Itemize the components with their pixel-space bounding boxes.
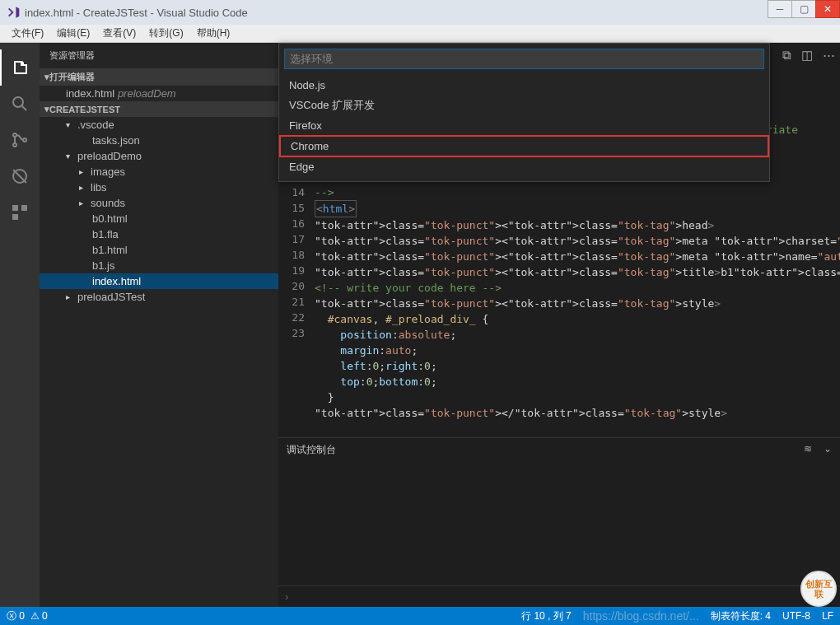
svg-rect-5 [12,205,18,211]
chevron-right-icon: ▸ [66,292,74,301]
sidebar-explorer: 资源管理器 ▾ 打开编辑器 index.html preloadDem ▾ CR… [40,43,278,607]
debug-icon[interactable] [0,158,40,194]
chevron-right-icon: ▸ [79,198,87,208]
error-icon: ⓧ [7,610,16,622]
vs-logo-icon [7,6,20,19]
picker-item-edge[interactable]: Edge [279,157,769,176]
more-actions-icon[interactable]: ⋯ [823,48,835,63]
debug-console-body [278,462,840,585]
watermark-logo: 创新互联 [800,571,837,607]
svg-point-2 [13,143,16,147]
watermark-badge: 创新互联 [800,571,837,607]
svg-rect-6 [21,205,27,211]
menu-help[interactable]: 帮助(H) [190,26,237,40]
collapse-panel-icon[interactable]: ⌄ [824,443,832,457]
maximize-button[interactable]: ▢ [791,0,816,18]
environment-picker: Node.js VSCode 扩展开发 Firefox Chrome Edge [278,43,770,182]
picker-item-firefox[interactable]: Firefox [279,116,769,135]
menu-goto[interactable]: 转到(G) [142,26,189,40]
status-indent[interactable]: 制表符长度: 4 [711,609,771,623]
folder-sounds[interactable]: ▸sounds [40,195,278,211]
chevron-down-icon: ▾ [66,152,74,161]
menu-view[interactable]: 查看(V) [96,26,142,40]
file-b1-html[interactable]: b1.html [40,242,278,258]
extensions-icon[interactable] [0,194,40,231]
project-header[interactable]: ▾ CREATEJSTEST [40,101,278,117]
editor-area: ⧉ ◫ ⋯ Node.js VSCode 扩展开发 Firefox Chrome… [278,43,840,607]
status-watermark-url: https://blog.csdn.net/... [583,609,699,623]
menu-edit[interactable]: 编辑(E) [50,26,96,40]
toggle-panel-icon[interactable]: ⧉ [782,48,791,63]
status-cursor-pos[interactable]: 行 10 , 列 7 [521,609,572,623]
debug-console-input[interactable]: › [278,585,840,607]
explorer-icon[interactable] [0,49,40,86]
status-errors[interactable]: ⓧ 0 ⚠ 0 [7,609,48,623]
file-b1-fla[interactable]: b1.fla [40,226,278,242]
editor-toolbar: ⧉ ◫ ⋯ [782,48,835,63]
picker-list: Node.js VSCode 扩展开发 Firefox Chrome Edge [279,74,769,181]
chevron-right-icon: ▸ [79,183,87,192]
svg-point-3 [23,138,26,142]
file-index-html[interactable]: index.html [40,273,278,289]
folder-images[interactable]: ▸images [40,164,278,180]
search-icon[interactable] [0,86,40,122]
project-name: CREATEJSTEST [49,105,120,114]
svg-point-0 [13,97,23,107]
debug-console-title: 调试控制台 [287,443,336,457]
titlebar: index.html - CreateJSTest - Visual Studi… [0,0,840,25]
chevron-right-icon: ▸ [79,167,87,176]
workspace: 资源管理器 ▾ 打开编辑器 index.html preloadDem ▾ CR… [0,43,840,607]
open-editors-label: 打开编辑器 [49,71,95,83]
picker-input[interactable] [284,49,764,69]
open-editor-item[interactable]: index.html preloadDem [40,86,278,101]
window-controls: ─ ▢ ✕ [768,0,840,18]
chevron-right-icon: › [285,590,288,603]
debug-console-header: 调试控制台 ≋ ⌄ [278,438,840,462]
split-editor-icon[interactable]: ◫ [801,48,813,63]
file-b1-js[interactable]: b1.js [40,258,278,273]
status-encoding[interactable]: UTF-8 [782,610,810,622]
picker-item-chrome[interactable]: Chrome [279,135,769,157]
menubar: 文件(F) 编辑(E) 查看(V) 转到(G) 帮助(H) [0,25,840,43]
sidebar-title: 资源管理器 [40,43,278,68]
svg-point-1 [13,133,16,137]
window-title: index.html - CreateJSTest - Visual Studi… [25,7,248,19]
minimize-button[interactable]: ─ [768,0,792,18]
activitybar [0,43,40,607]
file-b0-html[interactable]: b0.html [40,211,278,226]
chevron-down-icon: ▾ [66,120,74,129]
statusbar: ⓧ 0 ⚠ 0 行 10 , 列 7 https://blog.csdn.net… [0,607,840,625]
folder-libs[interactable]: ▸libs [40,180,278,195]
source-control-icon[interactable] [0,122,40,158]
picker-item-vscode-ext[interactable]: VSCode 扩展开发 [279,95,769,116]
picker-item-nodejs[interactable]: Node.js [279,76,769,95]
file-tasks-json[interactable]: tasks.json [40,133,278,148]
svg-rect-7 [12,214,18,220]
open-editor-path: preloadDem [118,87,176,100]
folder-preload-demo[interactable]: ▾preloadDemo [40,148,278,164]
warning-icon: ⚠ [30,610,40,622]
status-eol[interactable]: LF [822,610,833,622]
debug-console-panel: 调试控制台 ≋ ⌄ › [278,437,840,607]
open-editor-filename: index.html [66,87,114,100]
folder-preloadjstest[interactable]: ▸preloadJSTest [40,289,278,305]
folder-vscode[interactable]: ▾.vscode [40,117,278,133]
open-editors-header[interactable]: ▾ 打开编辑器 [40,68,278,86]
menu-file[interactable]: 文件(F) [5,26,50,40]
close-button[interactable]: ✕ [815,0,840,18]
clear-console-icon[interactable]: ≋ [804,443,812,457]
